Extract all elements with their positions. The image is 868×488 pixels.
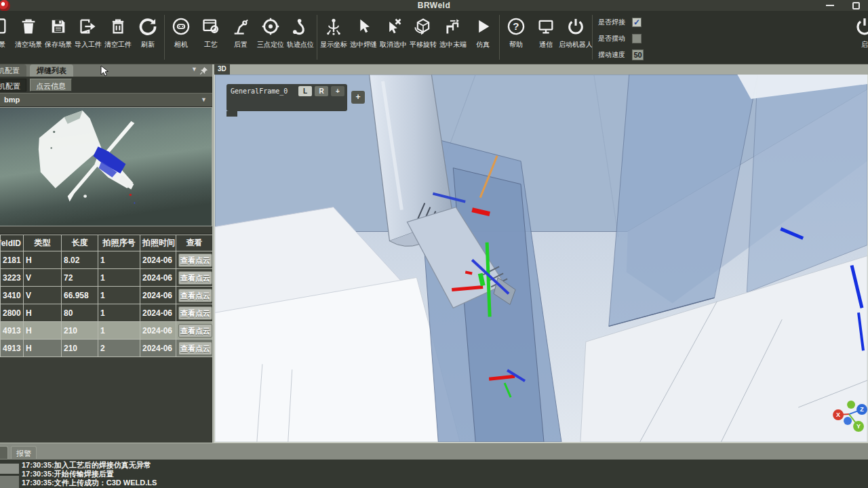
toolbar-separator	[499, 15, 500, 60]
toolbar-import-part-button[interactable]: 导入工件	[73, 11, 103, 64]
toolbar-pan-rotate-button[interactable]: 平移旋转	[408, 11, 438, 64]
weld-table-row[interactable]: 2800H8012024-06查看点云	[1, 304, 213, 322]
column-header: WeldID	[1, 235, 24, 251]
tab-weld-list[interactable]: 焊缝列表	[30, 64, 73, 77]
toolbar-camera-button[interactable]: 相机	[166, 11, 196, 64]
toolbar-select-end-button[interactable]: 选中末端	[438, 11, 468, 64]
frame-right-button[interactable]: R	[315, 86, 328, 96]
log-line: 17:30:35:文件上传成功：C3D WELD.LS	[22, 479, 868, 487]
weld-cell: 1	[98, 322, 140, 340]
frame-panel-notch	[226, 111, 237, 117]
view-pointcloud-button[interactable]: 查看点云	[178, 324, 212, 338]
weld-enable-row: 是否焊接 ✓	[598, 14, 644, 30]
bottom-tab-stub[interactable]	[0, 446, 8, 459]
log-scrollbar-block[interactable]	[0, 464, 19, 474]
left-panel: 机配置 焊缝列表 ▼ 机配置 点云信息 bmp ▼	[0, 64, 212, 443]
view-pointcloud-button[interactable]: 查看点云	[178, 342, 212, 355]
toolbar-show-coords-button[interactable]: 显示坐标	[319, 11, 349, 64]
swing-enable-checkbox[interactable]	[632, 34, 642, 43]
view-pointcloud-button[interactable]: 查看点云	[178, 306, 212, 320]
tab-alarm[interactable]: 报警	[11, 446, 37, 459]
weld-table-row[interactable]: 3410V66.95812024-06查看点云	[1, 287, 213, 304]
toolbar-deselect-button[interactable]: 取消选中	[378, 11, 408, 64]
toolbar-edge-power-button[interactable]: 启	[848, 11, 868, 49]
toolbar-label: 启动机器人	[559, 40, 593, 49]
select-end-icon	[443, 16, 463, 37]
view-pointcloud-button[interactable]: 查看点云	[178, 289, 212, 302]
viewport-3d[interactable]: X Z Y GeneralFrame_0 L R + +	[214, 75, 868, 443]
point-cloud-view[interactable]	[0, 107, 212, 226]
toolbar-save-scene-button[interactable]: 保存场景	[43, 11, 73, 64]
weld-cell: 2	[98, 340, 140, 357]
three-point-locate-icon	[260, 16, 281, 37]
swing-enable-label: 是否摆动	[598, 34, 631, 43]
minimize-button[interactable]	[826, 5, 834, 6]
toolbar-label: 仿真	[476, 40, 490, 49]
toolbar-refresh-button[interactable]: 刷新	[133, 11, 163, 64]
weld-cell: 80	[62, 304, 98, 322]
frame-left-button[interactable]: L	[298, 86, 312, 96]
log-scrollbar-block-2[interactable]	[0, 476, 19, 488]
toolbar-help-button[interactable]: ?帮助	[501, 11, 531, 64]
weld-table-row[interactable]: 3223V7212024-06查看点云	[1, 269, 213, 287]
toolbar-scene-button[interactable]: 场景	[0, 11, 14, 64]
toolbar-clear-scene-button[interactable]: 清空场景	[14, 11, 43, 64]
weld-cell: 1	[98, 251, 140, 269]
view-pointcloud-button[interactable]: 查看点云	[178, 253, 212, 267]
weld-cell: 66.958	[62, 287, 98, 304]
gizmo-z-label: Z	[860, 406, 864, 413]
toolbar-comm-button[interactable]: 通信	[531, 11, 561, 64]
weld-view-cell: 查看点云	[176, 251, 213, 269]
weld-table-row[interactable]: 4913H21012024-06查看点云	[1, 322, 213, 340]
swing-speed-input[interactable]: 50	[632, 49, 644, 60]
maximize-button[interactable]	[852, 2, 860, 9]
viewport-header-strip	[214, 64, 868, 75]
left-panel-subtabs: 机配置 点云信息	[0, 77, 212, 93]
log-panel: 17:30:35:加入工艺后的焊接仿真无异常17:30:35:开始传输焊接后置1…	[0, 460, 868, 488]
clear-scene-icon	[18, 16, 39, 37]
toolbar-label: 导入工件	[75, 40, 102, 49]
tab-camera-config[interactable]: 机配置	[0, 64, 26, 77]
weld-table-header-row: WeldID类型长度拍照序号拍照时间查看	[1, 235, 213, 251]
toolbar-separator	[317, 15, 317, 60]
weld-cell: 1	[98, 304, 140, 322]
weld-view-cell: 查看点云	[176, 340, 213, 357]
frame-extra-add-button[interactable]: +	[351, 91, 365, 104]
toolbar-clear-part-button[interactable]: 清空工件	[103, 11, 133, 64]
toolbar-label: 清空工件	[104, 40, 132, 49]
toolbar-select-weld-button[interactable]: 选中焊缝	[349, 11, 378, 64]
dropdown-caret-icon: ▼	[201, 96, 207, 103]
weld-view-cell: 查看点云	[176, 304, 213, 322]
weld-table-row[interactable]: 2181H8.0212024-06查看点云	[1, 251, 213, 269]
toolbar-separator	[164, 15, 165, 60]
image-file-dropdown[interactable]: bmp ▼	[0, 93, 212, 107]
weld-table-row[interactable]: 4913H21022024-06查看点云	[1, 340, 213, 357]
toolbar-craft-button[interactable]: 工艺	[196, 11, 226, 64]
toolbar-label: 相机	[174, 40, 188, 49]
scene-3d[interactable]: X Z Y	[215, 75, 867, 442]
weld-view-cell: 查看点云	[176, 269, 213, 287]
scene-icon	[0, 16, 9, 37]
weld-cell: 3410	[1, 287, 24, 304]
subtab-pointcloud-info[interactable]: 点云信息	[30, 79, 72, 92]
panel-chevron-down-icon[interactable]: ▼	[191, 66, 197, 73]
weld-table-area: WeldID类型长度拍照序号拍照时间查看 2181H8.0212024-06查看…	[0, 234, 212, 443]
title-bar: BRWeld	[0, 0, 868, 11]
toolbar-three-point-locate-button[interactable]: 三点定位	[256, 11, 285, 64]
log-line: 17:30:35:开始传输焊接后置	[22, 470, 868, 479]
subtab-camera-config[interactable]: 机配置	[0, 79, 26, 92]
toolbar-simulate-button[interactable]: 仿真	[468, 11, 498, 64]
panel-pin-icon[interactable]	[199, 66, 208, 75]
toolbar-post-process-button[interactable]: 后置	[226, 11, 256, 64]
select-weld-icon	[353, 16, 374, 37]
weld-enable-checkbox[interactable]: ✓	[632, 18, 642, 27]
toolbar-label: 场景	[0, 40, 5, 49]
weld-cell: 2800	[1, 304, 24, 322]
toolbar-label: 选中末端	[439, 40, 467, 49]
frame-add-button[interactable]: +	[331, 86, 344, 96]
import-part-icon	[78, 16, 98, 37]
view-pointcloud-button[interactable]: 查看点云	[178, 271, 212, 285]
toolbar-start-robot-button[interactable]: 启动机器人	[561, 11, 591, 64]
weld-cell: H	[24, 304, 62, 322]
toolbar-trajectory-points-button[interactable]: 轨迹点位	[285, 11, 315, 64]
